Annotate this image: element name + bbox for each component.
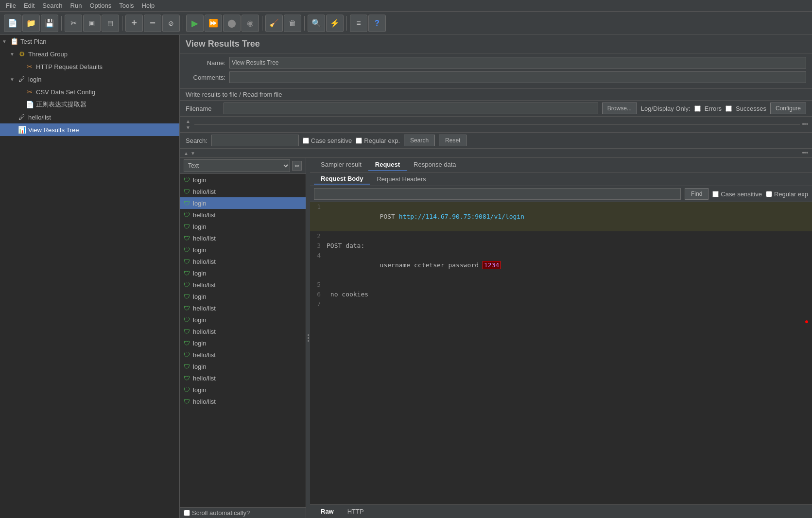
tab-http[interactable]: HTTP <box>341 506 371 517</box>
search-button[interactable]: Search <box>404 135 435 146</box>
tab-raw[interactable]: Raw <box>314 506 341 517</box>
code-line-2: 2 <box>310 231 812 241</box>
results-more-btn[interactable]: ••• <box>802 150 808 156</box>
view-dropdown[interactable]: Text HTML JSON XML Regexp Tester <box>184 159 290 172</box>
find-input[interactable] <box>314 188 681 200</box>
comments-row: Comments: <box>186 71 806 84</box>
new-button[interactable]: 📄 <box>4 15 21 32</box>
test-plan-icon: 📋 <box>10 37 18 46</box>
tree-item-test-plan[interactable]: ▼ 📋 Test Plan <box>0 35 179 48</box>
filename-input[interactable] <box>224 103 598 114</box>
result-item-login-3[interactable]: 🛡 login <box>180 221 306 232</box>
tree-item-hello-list-parent[interactable]: 🖊 hello/list <box>0 111 179 123</box>
result-item-login-6[interactable]: 🛡 login <box>180 291 306 302</box>
tree-item-view-results[interactable]: 📊 View Results Tree <box>0 123 179 136</box>
case-sensitive-checkbox[interactable] <box>303 138 309 144</box>
result-label-hello-3: hello/list <box>193 235 216 242</box>
result-item-login-7[interactable]: 🛡 login <box>180 314 306 326</box>
expand-collapse-btn[interactable]: ⇔ <box>292 161 302 171</box>
result-item-hello-4[interactable]: 🛡 hello/list <box>180 256 306 267</box>
up-scroll-dots[interactable]: ▲ ▼ <box>184 118 192 131</box>
edit-button[interactable]: ⊘ <box>162 15 180 32</box>
add-button[interactable]: + <box>125 15 143 32</box>
tab-request[interactable]: Request <box>368 159 407 171</box>
results-down-btn[interactable]: ▼ <box>190 151 195 156</box>
errors-checkbox[interactable] <box>694 105 701 112</box>
find-case-sensitive-label: Case sensitive <box>712 190 762 198</box>
results-up-btn[interactable]: ▲ <box>184 151 189 156</box>
template-button[interactable]: ≡ <box>350 15 367 32</box>
open-button[interactable]: 📁 <box>22 15 40 32</box>
menubar: File Edit Search Run Options Tools Help <box>0 0 812 12</box>
copy-button[interactable]: ▣ <box>83 15 101 32</box>
menu-file[interactable]: File <box>2 1 20 10</box>
menu-run[interactable]: Run <box>67 1 86 10</box>
result-item-login-8[interactable]: 🛡 login <box>180 337 306 349</box>
result-item-login-10[interactable]: 🛡 login <box>180 384 306 396</box>
sub-tab-request-headers[interactable]: Request Headers <box>370 174 432 184</box>
code-area[interactable]: 1 POST http://114.67.90.75:9081/v1/login… <box>310 202 812 504</box>
result-item-hello-10[interactable]: 🛡 hello/list <box>180 396 306 407</box>
find-button[interactable]: Find <box>685 188 708 200</box>
successes-checkbox[interactable] <box>726 105 732 112</box>
tab-sampler-result[interactable]: Sampler result <box>314 159 368 171</box>
drag-handle[interactable] <box>306 158 310 518</box>
reset-button[interactable]: Reset <box>439 135 466 146</box>
search-toolbar-button[interactable]: 🔍 <box>308 15 325 32</box>
name-input[interactable] <box>229 57 806 69</box>
result-item-hello-9[interactable]: 🛡 hello/list <box>180 372 306 384</box>
configure-button[interactable]: Configure <box>770 103 806 114</box>
cut-button[interactable]: ✂ <box>65 15 82 32</box>
expand-icon-login-parent: ▼ <box>10 77 17 82</box>
result-item-login-1[interactable]: 🛡 login <box>180 174 306 186</box>
result-item-login-2[interactable]: 🛡 login <box>180 197 306 209</box>
result-item-hello-2[interactable]: 🛡 hello/list <box>180 209 306 221</box>
result-label-login-1: login <box>193 176 206 184</box>
start-no-pause-button[interactable]: ⏩ <box>205 15 222 32</box>
result-item-login-5[interactable]: 🛡 login <box>180 267 306 279</box>
sub-tab-request-body[interactable]: Request Body <box>314 173 370 185</box>
tree-item-login-parent[interactable]: ▼ 🖊 login <box>0 73 179 86</box>
menu-search[interactable]: Search <box>38 1 66 10</box>
stop-button[interactable]: ⬤ <box>223 15 241 32</box>
menu-edit[interactable]: Edit <box>20 1 38 10</box>
panel-title: View Results Tree <box>180 35 812 53</box>
run-button[interactable]: ▶ <box>186 15 204 32</box>
menu-help[interactable]: Help <box>138 1 159 10</box>
clear-button[interactable]: 🧹 <box>265 15 283 32</box>
paste-button[interactable]: ▤ <box>102 15 119 32</box>
write-results-label: Write results to file / Read from file <box>180 89 812 101</box>
clear-all-button[interactable]: 🗑 <box>284 15 301 32</box>
result-item-hello-3[interactable]: 🛡 hello/list <box>180 232 306 244</box>
tree-item-thread-group[interactable]: ▼ ⚙ Thread Group <box>0 48 179 60</box>
search-input[interactable] <box>211 135 299 146</box>
shutdown-button[interactable]: ◉ <box>242 15 259 32</box>
tab-response-data[interactable]: Response data <box>407 159 463 171</box>
menu-tools[interactable]: Tools <box>115 1 138 10</box>
result-item-hello-5[interactable]: 🛡 hello/list <box>180 279 306 291</box>
result-item-login-9[interactable]: 🛡 login <box>180 361 306 372</box>
regex-checkbox[interactable] <box>356 138 362 144</box>
result-item-hello-8[interactable]: 🛡 hello/list <box>180 349 306 361</box>
remote-button[interactable]: ⚡ <box>326 15 344 32</box>
menu-options[interactable]: Options <box>86 1 115 10</box>
find-regex-checkbox[interactable] <box>766 191 772 197</box>
result-item-login-4[interactable]: 🛡 login <box>180 244 306 256</box>
more-options-btn[interactable]: ••• <box>802 121 808 128</box>
result-item-hello-7[interactable]: 🛡 hello/list <box>180 326 306 337</box>
save-button[interactable]: 💾 <box>41 15 58 32</box>
form-section: Name: Comments: <box>180 53 812 89</box>
tree-item-csv-data[interactable]: ✂ CSV Data Set Config <box>0 86 179 98</box>
result-label-login-8: login <box>193 340 206 347</box>
comments-input[interactable] <box>229 71 806 83</box>
result-item-hello-6[interactable]: 🛡 hello/list <box>180 302 306 314</box>
find-case-sensitive-checkbox[interactable] <box>712 191 719 197</box>
browse-button[interactable]: Browse... <box>602 103 637 114</box>
scroll-auto-checkbox[interactable] <box>184 510 190 516</box>
tree-item-regex[interactable]: 📄 正则表达式提取器 <box>0 98 179 111</box>
toolbar: 📄 📁 💾 ✂ ▣ ▤ + − ⊘ ▶ ⏩ ⬤ ◉ 🧹 🗑 🔍 ⚡ ≡ ? <box>0 12 812 35</box>
tree-item-http-defaults[interactable]: ✂ HTTP Request Defaults <box>0 60 179 73</box>
remove-button[interactable]: − <box>144 15 161 32</box>
help-button[interactable]: ? <box>368 15 386 32</box>
result-item-hello-1[interactable]: 🛡 hello/list <box>180 186 306 197</box>
